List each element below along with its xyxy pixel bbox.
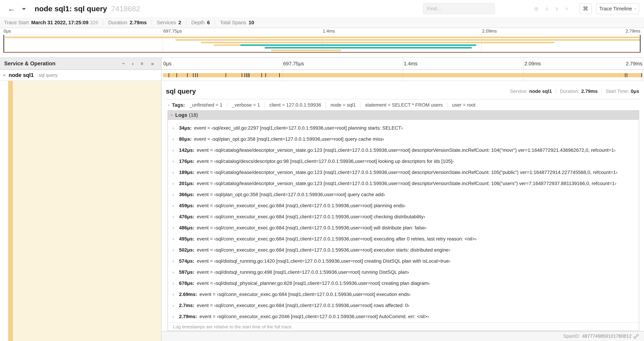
log-marker — [625, 73, 626, 77]
span-row-label[interactable]: › node sql1 sql query — [0, 70, 162, 81]
span-meta-label: Service: — [510, 89, 528, 94]
minimap-span — [5, 37, 639, 38]
summary-label: Total Spans — [220, 20, 246, 26]
ruler-gridline — [642, 58, 642, 70]
log-entry[interactable]: › 176μs: event = ‹sql/catalog/descs/desc… — [168, 156, 639, 167]
span-meta-item: Service: node sql1 — [510, 89, 552, 94]
collapse-all-icon[interactable]: » — [141, 61, 144, 66]
tag-list: _unfinished = 1 _verbose = 1 client = 12… — [190, 102, 476, 108]
chevron-down-icon[interactable]: › — [2, 74, 8, 76]
span-tree-highlight — [13, 81, 161, 341]
find-controls: ⊕ ∧ ∨ × — [534, 3, 568, 14]
log-message: event = ‹sql/exec_util.go:2297 [nsql1,cl… — [194, 125, 403, 131]
chevron-right-icon: › — [172, 247, 178, 253]
span-detail-title: sql query — [166, 88, 196, 95]
log-entry[interactable]: › 574μs: event = ‹sql/distsql_running.go… — [168, 256, 639, 267]
clear-search-icon[interactable]: × — [565, 6, 568, 12]
trace-minimap[interactable] — [3, 35, 641, 53]
ruler-gridline — [642, 70, 642, 81]
log-entry[interactable]: › 189μs: event = ‹sql/catalog/lease/desc… — [168, 167, 639, 178]
view-selector-button[interactable]: Trace Timeline › — [596, 3, 639, 14]
log-timestamp: 2.7ms: — [179, 303, 194, 308]
tick-label: 697.75μs — [164, 29, 182, 34]
log-timestamp: 2.79ms: — [179, 314, 197, 319]
log-entry[interactable]: › 2.7ms: event = ‹sql/conn_executor_exec… — [168, 300, 639, 311]
log-message: event = ‹sql/catalog/descs/descriptor.go… — [197, 159, 454, 164]
collapse-one-icon[interactable]: › — [123, 61, 125, 66]
log-entry[interactable]: › 459μs: event = ‹sql/conn_executor_exec… — [168, 200, 639, 211]
summary-value: 10 — [248, 20, 254, 26]
chevron-right-icon: › — [132, 61, 134, 66]
divider — [166, 99, 639, 99]
minimap-span — [176, 39, 640, 41]
log-marker — [168, 73, 169, 77]
command-icon: ⌘ — [583, 5, 588, 12]
log-marker — [262, 73, 262, 77]
log-marker — [627, 73, 627, 77]
span-row[interactable]: › node sql1 sql query — [0, 70, 644, 81]
chevron-down-icon: › — [121, 63, 126, 65]
view-selector-label: Trace Timeline — [599, 6, 632, 12]
log-entry[interactable]: › 142μs: event = ‹sql/catalog/lease/desc… — [168, 145, 639, 156]
span-meta-label: Duration: — [560, 89, 580, 94]
log-timestamp: 486μs: — [179, 225, 194, 231]
double-chevron-right-icon: » — [151, 61, 154, 66]
chevron-right-icon: › — [172, 181, 178, 186]
ruler-gridline — [403, 58, 403, 70]
summary-item: Total Spans 10 — [215, 20, 259, 26]
log-entry[interactable]: › 2.69ms: event = ‹sql/conn_executor_exe… — [168, 289, 639, 300]
log-marker — [193, 73, 194, 77]
log-timestamp: 176μs: — [179, 159, 194, 164]
log-marker — [195, 73, 196, 77]
log-entry[interactable]: › 34μs: event = ‹sql/exec_util.go:2297 [… — [168, 123, 639, 134]
log-marker — [266, 73, 266, 77]
log-entry[interactable]: › 486μs: event = ‹sql/conn_executor_exec… — [168, 222, 639, 233]
log-entry[interactable]: › 80μs: event = ‹sql/plan_opt.go:358 [ns… — [168, 134, 639, 145]
tags-row[interactable]: › Tags: _unfinished = 1 _verbose = 1 cli… — [166, 101, 639, 109]
log-timestamp: 189μs: — [179, 170, 194, 175]
log-message: event = ‹sql/distsql_physical_planner.go… — [197, 280, 430, 286]
span-detail-meta: Service: node sql1 Duration: 2.79ms Star… — [510, 89, 639, 94]
back-button[interactable]: ← — [5, 0, 18, 17]
span-duration-bar[interactable] — [163, 73, 642, 77]
span-id-label: SpanID: — [563, 333, 580, 339]
log-timestamp: 80μs: — [179, 136, 192, 142]
log-entry[interactable]: › 476μs: event = ‹sql/conn_executor_exec… — [168, 211, 639, 222]
log-message: event = ‹sql/distsql_running.go:498 [nsq… — [197, 269, 409, 275]
log-marker — [244, 73, 245, 77]
log-entry[interactable]: › 502μs: event = ‹sql/conn_executor_exec… — [168, 244, 639, 256]
minimap-right-scrubber[interactable] — [640, 35, 640, 52]
chevron-right-icon: › — [172, 258, 178, 264]
ruler-tick-label: 0μs — [163, 61, 172, 67]
expand-one-icon[interactable]: › — [132, 61, 134, 66]
log-entry[interactable]: › 201μs: event = ‹sql/catalog/lease/desc… — [168, 178, 639, 189]
find-input[interactable] — [423, 3, 495, 14]
log-entry[interactable]: › 2.79ms: event = ‹sql/conn_executor_exe… — [168, 311, 639, 322]
span-meta-item: Start Time: 0μs — [598, 89, 639, 94]
logs-footnote: Log timestamps are relative to the start… — [168, 322, 639, 330]
log-entry[interactable]: › 597μs: event = ‹sql/distsql_running.go… — [168, 267, 639, 278]
log-entry[interactable]: › 495μs: event = ‹sql/conn_executor_exec… — [168, 233, 639, 244]
log-entry[interactable]: › 366μs: event = ‹sql/plan_opt.go:358 [n… — [168, 189, 639, 200]
copy-link-button[interactable] — [634, 334, 639, 339]
chevron-right-icon: › — [172, 125, 178, 131]
service-operation-title: Service & Operation — [4, 61, 56, 67]
chevron-right-icon: › — [172, 303, 178, 308]
expand-all-icon[interactable]: » — [151, 61, 154, 66]
ruler-tick-label: 2.09ms — [524, 61, 541, 67]
chevron-down-icon: › — [169, 114, 174, 116]
keyboard-shortcuts-button[interactable]: ⌘ — [579, 3, 592, 14]
log-marker — [279, 73, 280, 77]
trace-collapse-button[interactable]: › — [23, 0, 26, 17]
next-match-icon[interactable]: ∨ — [555, 6, 559, 12]
prev-match-icon[interactable]: ∧ — [545, 6, 549, 12]
span-meta-label: Start Time: — [606, 89, 629, 94]
tag-item: _unfinished = 1 — [190, 102, 227, 108]
focus-match-icon[interactable]: ⊕ — [534, 6, 538, 12]
log-message: event = ‹sql/conn_executor_exec.go:684 [… — [197, 225, 426, 231]
chevron-right-icon[interactable]: › — [168, 102, 170, 108]
log-marker — [176, 73, 177, 77]
log-entry[interactable]: › 678μs: event = ‹sql/distsql_physical_p… — [168, 278, 639, 289]
logs-header[interactable]: › Logs (18) — [168, 111, 639, 120]
minimap-left-scrubber[interactable] — [4, 35, 4, 52]
